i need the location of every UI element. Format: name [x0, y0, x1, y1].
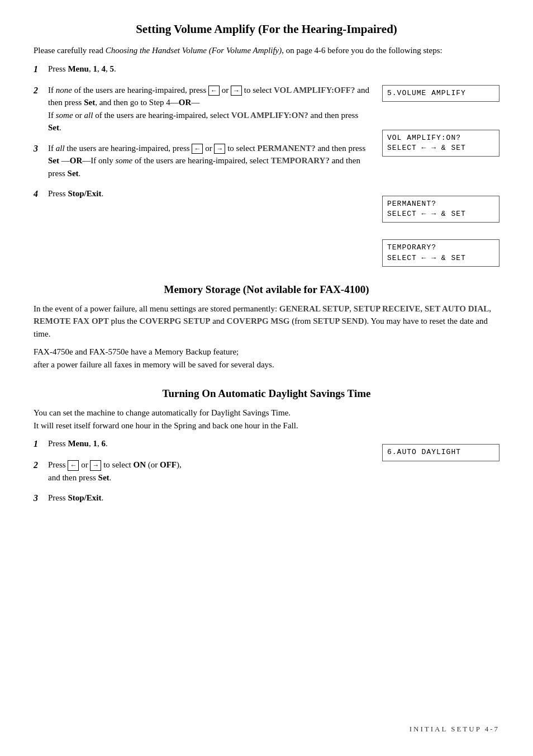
- right-arrow-key-2a: →: [231, 86, 242, 96]
- section3-steps-area: 1 Press Menu, 1, 6. 2 Press ← or → to se…: [34, 437, 499, 513]
- section-daylight-savings: Turning On Automatic Daylight Savings Ti…: [34, 388, 499, 513]
- step-num-4: 4: [34, 187, 44, 201]
- s3-step3-body: Press Stop/Exit.: [48, 492, 371, 505]
- s3-step2-body: Press ← or → to select ON (or OFF), and …: [48, 459, 371, 484]
- section1-intro-italic: Choosing the Handset Volume (For Volume …: [106, 46, 282, 55]
- section3-lcd-column: 6.AUTO DAYLIGHT: [382, 437, 499, 513]
- step1-body: Press Menu, 1, 4, 5.: [48, 63, 371, 76]
- step-num-1: 1: [34, 63, 44, 76]
- right-arrow-key-s3: →: [90, 460, 101, 471]
- section3-step3: 3 Press Stop/Exit.: [34, 492, 371, 505]
- s3-step-num-2: 2: [34, 459, 44, 484]
- left-arrow-key-s3: ←: [68, 460, 79, 471]
- step1-menu: Menu: [68, 64, 89, 73]
- lcd-volume-amplify: 5.VOLUME AMPLIFY: [382, 85, 499, 102]
- stop-exit-1: Stop/Exit: [68, 189, 101, 198]
- section3-steps-left: 1 Press Menu, 1, 6. 2 Press ← or → to se…: [34, 437, 371, 513]
- vol-off-label: VOL AMPLIFY:OFF?: [274, 86, 355, 94]
- section1-step1: 1 Press Menu, 1, 4, 5.: [34, 63, 371, 76]
- section1-steps-area: 1 Press Menu, 1, 4, 5. 2 If none of the …: [34, 63, 499, 267]
- section1-steps-left: 1 Press Menu, 1, 4, 5. 2 If none of the …: [34, 63, 371, 267]
- right-arrow-key-3a: →: [214, 144, 225, 154]
- step2-body: If none of the users are hearing-impaire…: [48, 84, 371, 134]
- step1-nums: 1: [93, 64, 97, 73]
- lcd-auto-daylight: 6.AUTO DAYLIGHT: [382, 444, 499, 461]
- section2-para1: In the event of a power failure, all men…: [34, 303, 499, 341]
- s3-step-num-1: 1: [34, 437, 44, 451]
- temporary-label: TEMPORARY?: [271, 156, 330, 165]
- section1-intro: Please carefully read Choosing the Hands…: [34, 44, 499, 57]
- permanent-label: PERMANENT?: [258, 144, 316, 153]
- section3-intro: You can set the machine to change automa…: [34, 407, 499, 432]
- section-volume-amplify: Setting Volume Amplify (For the Hearing-…: [34, 22, 499, 267]
- stop-exit-s3: Stop/Exit: [68, 493, 101, 502]
- s3-step-num-3: 3: [34, 492, 44, 505]
- page-footer: INITIAL SETUP 4-7: [410, 725, 499, 734]
- lcd-temporary: TEMPORARY? SELECT ← → & SET: [382, 239, 499, 266]
- vol-on-label: VOL AMPLIFY:ON?: [231, 111, 308, 120]
- step-num-3: 3: [34, 142, 44, 180]
- section3-step1: 1 Press Menu, 1, 6.: [34, 437, 371, 451]
- section1-lcd-column: 5.VOLUME AMPLIFY VOL AMPLIFY:ON? SELECT …: [382, 63, 499, 267]
- step4-body: Press Stop/Exit.: [48, 187, 371, 201]
- s3-step1-body: Press Menu, 1, 6.: [48, 437, 371, 451]
- section2-para2: FAX-4750e and FAX-5750e have a Memory Ba…: [34, 346, 499, 371]
- section1-title: Setting Volume Amplify (For the Hearing-…: [34, 22, 499, 36]
- lcd-permanent: PERMANENT? SELECT ← → & SET: [382, 196, 499, 223]
- section1-step4: 4 Press Stop/Exit.: [34, 187, 371, 201]
- left-arrow-key-2a: ←: [208, 86, 220, 96]
- section3-step2: 2 Press ← or → to select ON (or OFF), an…: [34, 459, 371, 484]
- left-arrow-key-3a: ←: [192, 144, 203, 154]
- section-memory-storage: Memory Storage (Not avilable for FAX-410…: [34, 284, 499, 371]
- step-num-2: 2: [34, 84, 44, 134]
- section3-title: Turning On Automatic Daylight Savings Ti…: [34, 388, 499, 400]
- step3-body: If all the users are hearing-impaired, p…: [48, 142, 371, 180]
- lcd-vol-amplify-on: VOL AMPLIFY:ON? SELECT ← → & SET: [382, 130, 499, 157]
- section1-step3: 3 If all the users are hearing-impaired,…: [34, 142, 371, 180]
- section2-title: Memory Storage (Not avilable for FAX-410…: [34, 284, 499, 296]
- section1-step2: 2 If none of the users are hearing-impai…: [34, 84, 371, 134]
